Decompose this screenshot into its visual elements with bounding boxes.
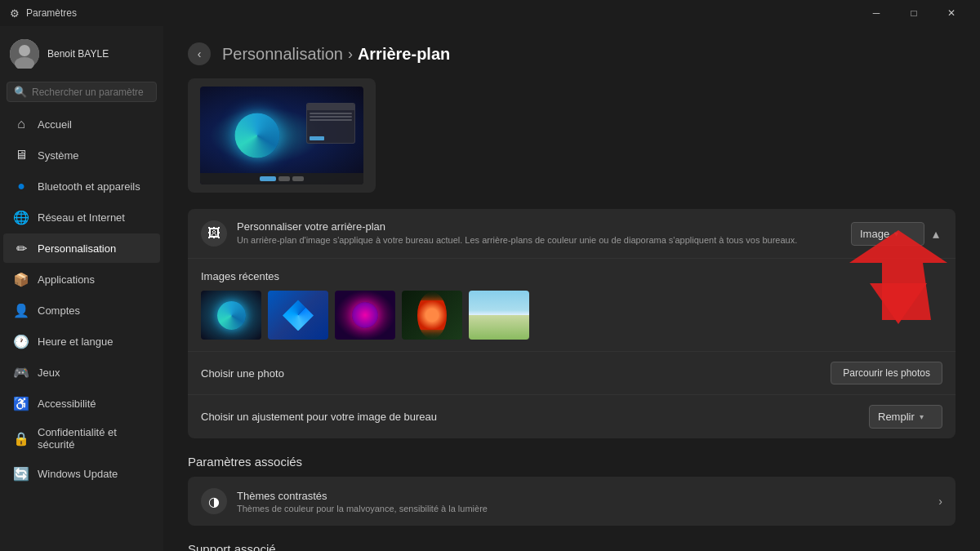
adjust-dropdown[interactable]: Remplir ▾ xyxy=(869,405,942,429)
sidebar-item-label: Applications xyxy=(38,273,95,286)
browse-photos-button[interactable]: Parcourir les photos xyxy=(831,362,942,384)
network-icon: 🌐 xyxy=(13,209,29,225)
sidebar-item-label: Confidentialité et sécurité xyxy=(38,426,150,451)
thumb-flower xyxy=(417,300,447,330)
preview-taskbar-btn xyxy=(278,176,290,181)
preview-window-content xyxy=(307,110,354,143)
personalize-title: Personnaliser votre arrière-plan xyxy=(237,220,841,233)
sidebar-item-label: Windows Update xyxy=(38,468,118,480)
sidebar-item-label: Réseau et Internet xyxy=(38,211,125,224)
search-input[interactable] xyxy=(32,87,149,98)
search-box[interactable]: 🔍 xyxy=(7,82,157,102)
themes-contraste-row[interactable]: ◑ Thèmes contrastés Thèmes de couleur po… xyxy=(188,477,956,526)
thumbnail-1[interactable] xyxy=(201,291,261,340)
thumbnail-5[interactable] xyxy=(469,291,529,340)
avatar xyxy=(10,39,39,69)
chevron-down-icon: ▾ xyxy=(920,412,924,421)
search-icon: 🔍 xyxy=(14,86,27,98)
thumbnail-3[interactable] xyxy=(335,291,395,340)
app-body: Benoit BAYLE 🔍 ⌂ Accueil 🖥 Système ● Blu… xyxy=(0,26,980,551)
thumbnail-4[interactable] xyxy=(402,291,462,340)
contrast-title: Thèmes contrastés xyxy=(237,490,929,502)
breadcrumb-current: Arrière-plan xyxy=(358,45,450,64)
support-title: Support associé xyxy=(188,542,956,551)
adjust-value: Remplir xyxy=(878,411,915,423)
preview-line xyxy=(310,113,352,114)
sidebar-item-label: Bluetooth et appareils xyxy=(38,180,140,193)
background-settings-card: 🖼 Personnaliser votre arrière-plan Un ar… xyxy=(188,209,956,438)
time-icon: 🕐 xyxy=(13,333,29,349)
breadcrumb-parent: Personnalisation xyxy=(222,45,343,64)
preview-window xyxy=(306,103,355,144)
preview-line xyxy=(310,116,352,118)
title-bar: ⚙ Paramètres ─ □ ✕ xyxy=(0,0,980,26)
window-title: Paramètres xyxy=(26,7,77,19)
preview-wallpaper xyxy=(200,87,363,184)
wallpaper-icon: 🖼 xyxy=(201,220,227,247)
breadcrumb: ‹ Personnalisation › Arrière-plan xyxy=(188,42,956,65)
accessibility-icon: ♿ xyxy=(13,395,29,411)
sidebar-item-reseau[interactable]: 🌐 Réseau et Internet xyxy=(3,202,160,232)
contrast-content: Thèmes contrastés Thèmes de couleur pour… xyxy=(237,490,929,513)
accounts-icon: 👤 xyxy=(13,302,29,318)
associated-params-title: Paramètres associés xyxy=(188,455,956,469)
settings-icon: ⚙ xyxy=(10,7,20,20)
sidebar-item-label: Jeux xyxy=(38,367,60,379)
personalization-icon: ✏ xyxy=(13,240,29,256)
sidebar-item-accessibilite[interactable]: ♿ Accessibilité xyxy=(3,389,160,418)
sidebar-item-bluetooth[interactable]: ● Bluetooth et appareils xyxy=(3,171,160,201)
chevron-right-icon: › xyxy=(938,495,942,508)
preview-window-bar xyxy=(307,104,354,110)
collapse-button[interactable]: ▴ xyxy=(929,223,942,245)
desktop-preview xyxy=(188,78,376,193)
sidebar-item-personnalisation[interactable]: ✏ Personnalisation xyxy=(3,233,160,263)
preview-button xyxy=(310,136,324,140)
privacy-icon: 🔒 xyxy=(13,430,29,447)
sidebar-item-accueil[interactable]: ⌂ Accueil xyxy=(3,109,160,139)
update-icon: 🔄 xyxy=(13,465,29,482)
contrast-icon: ◑ xyxy=(201,488,227,514)
close-button[interactable]: ✕ xyxy=(933,0,970,26)
main-content: ‹ Personnalisation › Arrière-plan xyxy=(163,26,980,551)
svg-point-1 xyxy=(19,45,30,56)
thumb-orb xyxy=(352,302,378,328)
recent-images-section: Images récentes xyxy=(188,259,956,351)
sidebar-item-applications[interactable]: 📦 Applications xyxy=(3,264,160,294)
games-icon: 🎮 xyxy=(13,364,29,380)
preview-desktop xyxy=(200,87,363,184)
choose-photo-row: Choisir une photo Parcourir les photos xyxy=(188,351,956,394)
background-type-control: Image ▾ ▴ xyxy=(851,222,942,246)
sidebar-item-confidentialite[interactable]: 🔒 Confidentialité et sécurité xyxy=(3,420,160,457)
sidebar-item-label: Système xyxy=(38,149,79,162)
sidebar-item-label: Accueil xyxy=(38,118,72,131)
chevron-down-icon: ▾ xyxy=(894,229,898,238)
images-row xyxy=(201,291,942,340)
preview-taskbar-btn xyxy=(260,176,276,181)
sidebar-item-comptes[interactable]: 👤 Comptes xyxy=(3,295,160,325)
sidebar-item-heure[interactable]: 🕐 Heure et langue xyxy=(3,327,160,356)
bluetooth-icon: ● xyxy=(13,178,29,194)
preview-taskbar-btn xyxy=(292,176,304,181)
back-button[interactable]: ‹ xyxy=(188,42,211,65)
personalize-desc: Un arrière-plan d'image s'applique à vot… xyxy=(237,234,841,247)
dropdown-value: Image xyxy=(860,228,889,240)
thumb-shape xyxy=(283,300,314,331)
sidebar-item-label: Comptes xyxy=(38,304,80,317)
thumb-orb xyxy=(217,301,246,330)
maximize-button[interactable]: □ xyxy=(895,0,933,26)
sidebar-item-jeux[interactable]: 🎮 Jeux xyxy=(3,358,160,387)
adjust-control: Remplir ▾ xyxy=(869,405,942,429)
adjust-label: Choisir un ajustement pour votre image d… xyxy=(201,411,437,423)
sidebar-item-systeme[interactable]: 🖥 Système xyxy=(3,140,160,170)
minimize-button[interactable]: ─ xyxy=(858,0,895,26)
preview-orb xyxy=(235,113,280,158)
sidebar-item-label: Heure et langue xyxy=(38,335,114,348)
sidebar: Benoit BAYLE 🔍 ⌂ Accueil 🖥 Système ● Blu… xyxy=(0,26,163,551)
background-type-dropdown[interactable]: Image ▾ xyxy=(851,222,924,246)
system-icon: 🖥 xyxy=(13,147,29,163)
thumbnail-2[interactable] xyxy=(268,291,328,340)
breadcrumb-separator: › xyxy=(348,46,353,63)
user-section: Benoit BAYLE xyxy=(0,33,163,82)
sidebar-item-windows-update[interactable]: 🔄 Windows Update xyxy=(3,459,160,488)
images-label: Images récentes xyxy=(201,270,942,282)
